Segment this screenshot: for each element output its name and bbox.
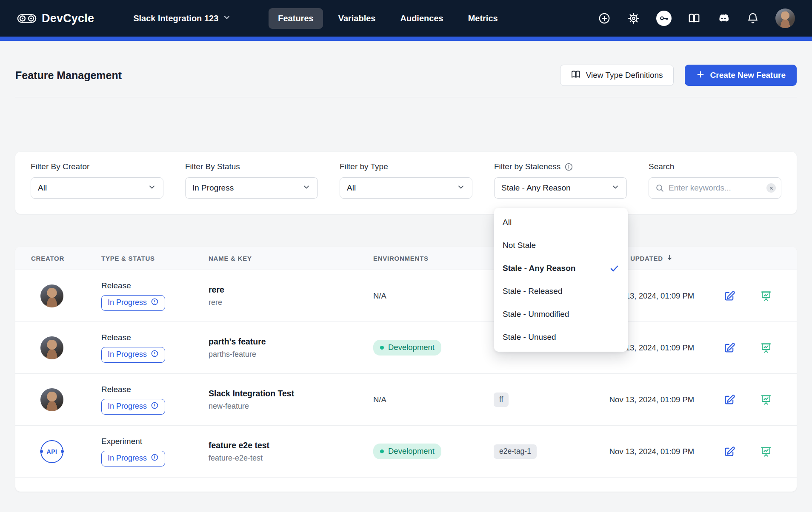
status-badge[interactable]: In Progress bbox=[101, 399, 165, 415]
edit-feature-button[interactable] bbox=[723, 446, 735, 458]
info-icon[interactable] bbox=[564, 162, 573, 171]
project-selector[interactable]: Slack Integration 123 bbox=[133, 13, 231, 24]
presentation-chart-icon bbox=[760, 290, 772, 302]
devcycle-logo-icon bbox=[17, 11, 37, 25]
staleness-dropdown-menu: All Not Stale Stale - Any Reason Stale -… bbox=[494, 208, 628, 352]
feature-type: Release bbox=[101, 333, 209, 342]
edit-pencil-icon bbox=[723, 290, 735, 302]
warning-circle-icon bbox=[151, 350, 159, 360]
environment-pill: Development bbox=[373, 444, 441, 459]
features-table: CREATOR TYPE & STATUS NAME & KEY ENVIRON… bbox=[15, 247, 797, 492]
filter-creator-value: All bbox=[38, 183, 47, 193]
filter-group-status: Filter By Status In Progress bbox=[185, 162, 318, 199]
chevron-down-icon bbox=[611, 183, 620, 193]
feature-type: Experiment bbox=[101, 437, 209, 446]
staleness-option-stale-unmodified[interactable]: Stale - Unmodified bbox=[494, 303, 628, 326]
page: DevCycle Slack Integration 123 Features … bbox=[0, 0, 812, 512]
creator-avatar bbox=[40, 388, 63, 411]
table-row: API Experiment In Progress feature e2e t… bbox=[15, 426, 797, 478]
top-navbar: DevCycle Slack Integration 123 Features … bbox=[0, 0, 812, 37]
environments-value: Development bbox=[388, 447, 435, 456]
presentation-chart-icon bbox=[760, 446, 772, 458]
page-title: Feature Management bbox=[15, 69, 122, 82]
api-creator-icon: API bbox=[40, 440, 63, 463]
feature-key: parths-feature bbox=[209, 350, 373, 359]
feature-metrics-button[interactable] bbox=[760, 342, 772, 354]
feature-name[interactable]: Slack Integration Test bbox=[209, 389, 373, 398]
environments-value: N/A bbox=[373, 291, 386, 300]
table-row: Release In Progress parth's feature part… bbox=[15, 322, 797, 374]
edit-feature-button[interactable] bbox=[723, 394, 735, 406]
staleness-option-stale-unused[interactable]: Stale - Unused bbox=[494, 326, 628, 349]
feature-key: feature-e2e-test bbox=[209, 454, 373, 463]
filter-type-label: Filter by Type bbox=[340, 162, 472, 171]
column-header-name-key: NAME & KEY bbox=[209, 255, 373, 262]
filter-staleness-select[interactable]: Stale - Any Reason bbox=[494, 177, 627, 199]
status-label: In Progress bbox=[108, 298, 147, 307]
staleness-option-stale-released[interactable]: Stale - Released bbox=[494, 280, 628, 303]
user-avatar[interactable] bbox=[775, 9, 795, 28]
header-divider bbox=[15, 97, 797, 97]
status-badge[interactable]: In Progress bbox=[101, 347, 165, 363]
status-badge[interactable]: In Progress bbox=[101, 451, 165, 466]
column-header-environments: ENVIRONMENTS bbox=[373, 255, 494, 262]
chevron-down-icon bbox=[148, 183, 156, 193]
filter-type-select[interactable]: All bbox=[340, 177, 472, 199]
view-type-definitions-button[interactable]: View Type Definitions bbox=[560, 65, 674, 86]
search-icon bbox=[655, 183, 664, 193]
filter-group-search: Search bbox=[649, 162, 781, 199]
environment-dot-icon bbox=[380, 449, 384, 453]
view-type-definitions-label: View Type Definitions bbox=[586, 71, 663, 80]
feature-name[interactable]: rere bbox=[209, 285, 373, 295]
status-label: In Progress bbox=[108, 402, 147, 411]
key-icon[interactable] bbox=[656, 11, 672, 26]
filter-staleness-label: Filter by Staleness bbox=[494, 162, 560, 171]
filter-creator-label: Filter By Creator bbox=[31, 162, 163, 171]
nav-item-variables[interactable]: Variables bbox=[329, 8, 385, 29]
status-badge[interactable]: In Progress bbox=[101, 295, 165, 311]
environments-value: N/A bbox=[373, 395, 386, 404]
feature-metrics-button[interactable] bbox=[760, 446, 772, 458]
column-header-creator: CREATOR bbox=[31, 255, 101, 262]
edit-feature-button[interactable] bbox=[723, 342, 735, 354]
feature-metrics-button[interactable] bbox=[760, 290, 772, 302]
filter-group-creator: Filter By Creator All bbox=[31, 162, 163, 199]
devcycle-brand[interactable]: DevCycle bbox=[17, 11, 94, 25]
clear-search-icon[interactable] bbox=[766, 183, 776, 193]
chevron-down-icon bbox=[457, 183, 465, 193]
discord-icon[interactable] bbox=[717, 11, 730, 25]
check-icon bbox=[609, 263, 619, 273]
environment-pill: Development bbox=[373, 340, 441, 356]
plus-circle-icon[interactable] bbox=[598, 11, 611, 25]
column-header-type-status: TYPE & STATUS bbox=[101, 255, 209, 262]
create-new-feature-label: Create New Feature bbox=[710, 71, 786, 80]
bell-icon[interactable] bbox=[746, 11, 760, 25]
filter-status-select[interactable]: In Progress bbox=[185, 177, 318, 199]
chevron-down-icon bbox=[302, 183, 311, 193]
creator-avatar bbox=[40, 336, 63, 359]
staleness-option-all[interactable]: All bbox=[494, 211, 628, 234]
feature-metrics-button[interactable] bbox=[760, 394, 772, 406]
filter-status-value: In Progress bbox=[192, 183, 234, 193]
filter-creator-select[interactable]: All bbox=[31, 177, 163, 199]
sort-desc-icon bbox=[666, 254, 673, 262]
feature-name[interactable]: parth's feature bbox=[209, 337, 373, 347]
nav-item-metrics[interactable]: Metrics bbox=[459, 8, 507, 29]
search-input[interactable] bbox=[669, 183, 762, 193]
tags-cell: ff bbox=[494, 393, 595, 407]
gear-icon[interactable] bbox=[627, 11, 640, 25]
nav-item-audiences[interactable]: Audiences bbox=[391, 8, 452, 29]
table-row: Release In Progress Slack Integration Te… bbox=[15, 374, 797, 426]
column-header-updated[interactable]: UPDATED bbox=[630, 254, 673, 262]
create-new-feature-button[interactable]: Create New Feature bbox=[685, 65, 797, 86]
status-label: In Progress bbox=[108, 454, 147, 463]
edit-feature-button[interactable] bbox=[723, 290, 735, 302]
staleness-option-not-stale[interactable]: Not Stale bbox=[494, 234, 628, 257]
status-label: In Progress bbox=[108, 350, 147, 359]
docs-book-icon[interactable] bbox=[687, 11, 701, 25]
nav-item-features[interactable]: Features bbox=[269, 8, 323, 29]
feature-name[interactable]: feature e2e test bbox=[209, 441, 373, 450]
table-row: Release In Progress rere rere N/A Nov 13… bbox=[15, 270, 797, 322]
tags-cell: e2e-tag-1 bbox=[494, 444, 595, 459]
staleness-option-stale-any-reason[interactable]: Stale - Any Reason bbox=[494, 257, 628, 280]
